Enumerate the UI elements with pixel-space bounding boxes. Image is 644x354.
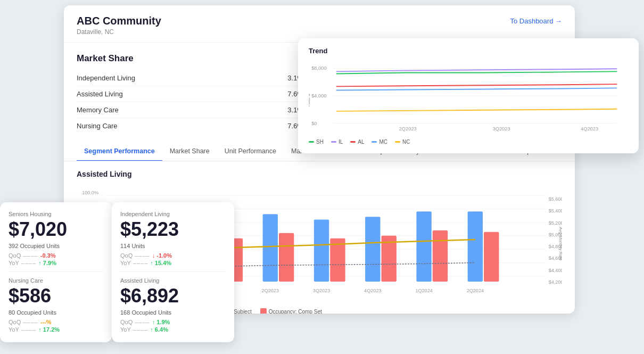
seniors-yoy-dashes: –––– <box>21 260 36 266</box>
seniors-qoq-value: -0.3% <box>40 252 56 259</box>
seniors-qoq-dashes: –––– <box>23 252 38 259</box>
seniors-housing-label: Seniors Housing <box>9 211 103 217</box>
header-info: ABC Community Dataville, NC <box>77 15 161 36</box>
header: ABC Community Dataville, NC To Dashboard… <box>64 5 575 43</box>
metric-label: Independent Living <box>77 74 135 82</box>
market-share-row: Nursing Care7.6% ↓ <box>77 118 309 134</box>
nursing-care-units: 80 Occupied Units <box>9 309 103 316</box>
seniors-yoy-value: ↑ 7.9% <box>38 260 56 266</box>
trend-legend-nc: NC <box>395 139 410 145</box>
trend-line-il <box>336 69 617 71</box>
market-share-row: Independent Living3.1% ↑ <box>77 70 309 86</box>
legend-occ-comp-label: Occupancy: Comp Set <box>269 309 322 314</box>
community-subtitle: Dataville, NC <box>77 28 161 36</box>
al-yoy-row: YoY –––– ↑ 6.4% <box>120 326 226 333</box>
al-yoy-value: ↑ 6.4% <box>150 326 168 333</box>
market-share-section: Market Share Independent Living3.1% ↑Ass… <box>77 53 309 134</box>
il-qoq-value: ↓ -1.0% <box>152 252 172 259</box>
bar-subject-4 <box>263 214 278 282</box>
il-qoq-row: QoQ –––– ↓ -1.0% <box>120 252 226 259</box>
al-units: 168 Occupied Units <box>120 309 226 316</box>
bar-comp-4 <box>279 233 294 282</box>
trend-x-3: 4Q2023 <box>581 126 598 131</box>
trend-y-axis-label: Rate $ <box>309 94 311 107</box>
trend-legend-sh-label: SH <box>316 139 324 145</box>
y-right-1: $5,600 <box>549 196 562 202</box>
il-label: Independent Living <box>120 211 226 217</box>
al-yoy-label: YoY <box>120 326 131 333</box>
metric-label: Nursing Care <box>77 122 118 130</box>
market-share-row: Assisted Living7.6% ↓ <box>77 86 309 102</box>
bar-comp-7 <box>433 230 448 282</box>
tab-segment-performance[interactable]: Segment Performance <box>77 142 162 161</box>
seniors-yoy-label: YoY <box>9 260 19 266</box>
trend-legend-il-icon <box>331 141 336 143</box>
y-right-2: $5,400 <box>549 208 562 213</box>
bar-subject-7 <box>416 211 431 282</box>
seniors-housing-card: Seniors Housing $7,020 392 Occupied Unit… <box>0 202 112 342</box>
trend-legend-mc-icon <box>371 141 377 143</box>
trend-legend-nc-icon <box>395 141 400 143</box>
metric-label: Assisted Living <box>77 90 123 98</box>
trend-line-al <box>336 84 617 86</box>
community-title: ABC Community <box>77 15 161 27</box>
x-label-8: 2Q2024 <box>467 288 484 293</box>
nursing-yoy-value: ↑ 17.2% <box>38 326 60 333</box>
card-divider-2 <box>120 271 226 272</box>
trend-svg: $8,000 $4,000 $0 Rate $ 2Q2023 3Q2023 4Q… <box>309 60 628 135</box>
y-left-max: 100.0% <box>82 190 98 195</box>
al-label: Assisted Living <box>120 277 226 284</box>
y-right-3: $5,200 <box>549 220 562 226</box>
trend-legend-al-label: AL <box>358 139 364 145</box>
seniors-yoy-row: YoY –––– ↑ 7.9% <box>9 260 103 266</box>
al-qoq-row: QoQ –––– ↑ 1.9% <box>120 319 226 325</box>
y-right-7: $4,400 <box>549 268 562 273</box>
il-qoq-label: QoQ <box>120 252 133 259</box>
trend-legend-il: IL <box>331 139 343 145</box>
market-share-row: Memory Care3.1% ↑ <box>77 102 309 118</box>
trend-title: Trend <box>309 47 628 55</box>
al-qoq-dashes: –––– <box>135 319 150 325</box>
seniors-qoq-row: QoQ –––– -0.3% <box>9 252 103 259</box>
trend-legend: SH IL AL MC NC <box>309 139 628 145</box>
nursing-yoy-row: YoY –––– ↑ 17.2% <box>9 326 103 333</box>
il-value: $5,223 <box>120 218 226 241</box>
seniors-housing-value: $7,020 <box>9 218 103 241</box>
legend-occ-comp-icon <box>260 308 267 314</box>
trend-y-2: $4,000 <box>311 93 326 98</box>
tab-unit-performance[interactable]: Unit Performance <box>217 142 284 161</box>
independent-living-card: Independent Living $5,223 114 Units QoQ … <box>112 202 234 342</box>
trend-y-3: $0 <box>311 121 317 126</box>
nursing-care-value: $586 <box>9 285 103 307</box>
trend-x-1: 2Q2023 <box>399 126 417 131</box>
trend-legend-al-icon <box>350 141 356 143</box>
bar-subject-5 <box>314 219 329 282</box>
trend-legend-nc-label: NC <box>402 139 410 145</box>
trend-legend-mc-label: MC <box>379 139 387 145</box>
y-axis-right-title: Avg Monthly Rate <box>558 227 562 261</box>
trend-legend-il-label: IL <box>338 139 343 145</box>
il-yoy-row: YoY –––– ↑ 15.4% <box>120 260 226 266</box>
legend-occ-comp: Occupancy: Comp Set <box>260 308 322 314</box>
trend-legend-al: AL <box>350 139 364 145</box>
trend-card: Trend $8,000 $4,000 $0 Rate $ 2Q2023 <box>298 38 639 153</box>
nursing-yoy-label: YoY <box>9 326 19 333</box>
y-right-8: $4,200 <box>549 279 562 285</box>
nursing-qoq-dashes: –––– <box>23 319 38 325</box>
trend-x-2: 3Q2023 <box>493 126 510 131</box>
x-label-5: 3Q2023 <box>313 288 330 293</box>
x-label-7: 1Q2024 <box>415 288 432 293</box>
seniors-qoq-label: QoQ <box>9 252 21 259</box>
metric-label: Memory Care <box>77 106 119 114</box>
dashboard-link[interactable]: To Dashboard → <box>510 17 562 25</box>
card-divider <box>9 271 103 272</box>
trend-line-sh <box>336 71 617 73</box>
il-yoy-dashes: –––– <box>133 260 148 266</box>
il-units: 114 Units <box>120 243 226 249</box>
x-label-6: 4Q2023 <box>364 288 381 293</box>
il-yoy-value: ↑ 15.4% <box>150 260 171 266</box>
nursing-care-label: Nursing Care <box>9 277 103 284</box>
chart-title: Assisted Living <box>77 170 562 178</box>
seniors-housing-units: 392 Occupied Units <box>9 243 103 249</box>
tab-market-share[interactable]: Market Share <box>162 142 217 161</box>
